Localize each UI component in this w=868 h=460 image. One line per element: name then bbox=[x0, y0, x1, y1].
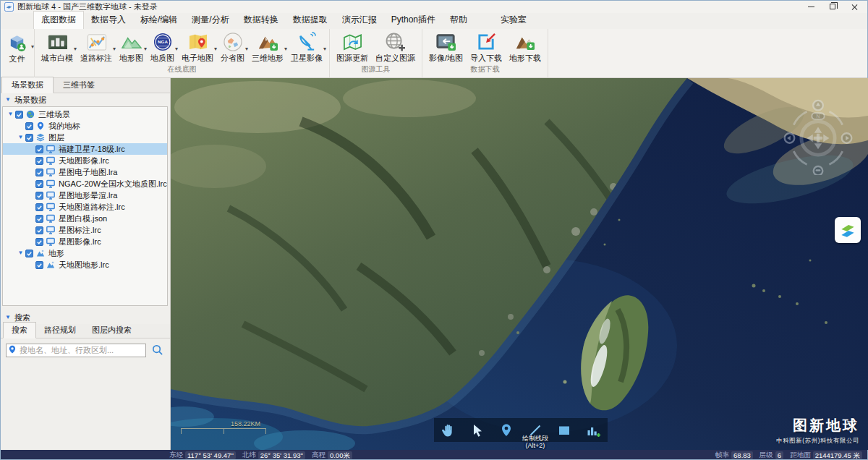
tool-pan[interactable] bbox=[436, 421, 461, 440]
magnifier-icon bbox=[151, 344, 164, 356]
menu-item-9[interactable]: 帮助 bbox=[443, 12, 475, 29]
ribbon-group-title: 图源工具 bbox=[331, 64, 420, 77]
tree-item-9[interactable]: 天地图道路标注.lrc bbox=[3, 201, 167, 213]
brand-title: 图新地球 bbox=[776, 416, 859, 435]
monitor-icon bbox=[46, 168, 56, 176]
checkbox-checked[interactable] bbox=[35, 226, 43, 234]
terrain-map-icon bbox=[121, 32, 142, 51]
tree-item-3[interactable]: ▼图层 bbox=[3, 132, 167, 143]
tree-item-11[interactable]: 星图标注.lrc bbox=[3, 224, 167, 236]
ribbon-button-geology-map[interactable]: NGA▾地质图 bbox=[147, 31, 178, 64]
tree-expander-icon[interactable]: ▼ bbox=[16, 250, 25, 256]
svg-text:NGA: NGA bbox=[158, 39, 168, 44]
file-button[interactable]: ▾ 文件 bbox=[0, 29, 35, 77]
search-input[interactable] bbox=[6, 344, 146, 357]
navigation-compass[interactable]: N bbox=[783, 98, 854, 175]
checkbox-checked[interactable] bbox=[35, 145, 43, 153]
tree-item-10[interactable]: 星图白模.json bbox=[3, 213, 167, 224]
ribbon-button-import-download[interactable]: 导入下载 bbox=[467, 31, 506, 64]
tree-item-label: 福建卫星7-18级.lrc bbox=[59, 144, 125, 155]
ribbon-button-terrain-map[interactable]: ▾地形图 bbox=[116, 31, 147, 64]
menu-item-4[interactable]: 测量/分析 bbox=[184, 12, 236, 29]
ribbon-button-terrain-3d[interactable]: ▾三维地形 bbox=[248, 31, 287, 64]
sidebar-tab-1[interactable]: 场景数据 bbox=[1, 77, 54, 93]
tree-item-label: 地形 bbox=[48, 248, 64, 259]
tool-draw-rect[interactable] bbox=[552, 421, 576, 440]
menu-item-1[interactable]: 底图数据 bbox=[33, 11, 84, 29]
checkbox-checked[interactable] bbox=[15, 111, 23, 119]
tree-item-label: 三维场景 bbox=[38, 109, 70, 120]
checkbox-checked[interactable] bbox=[35, 238, 43, 246]
minimize-button[interactable] bbox=[800, 0, 822, 13]
search-input-wrap bbox=[6, 343, 146, 357]
search-button[interactable] bbox=[151, 344, 164, 357]
checkbox-checked[interactable] bbox=[35, 203, 43, 211]
ribbon-group-title: 数据下载 bbox=[424, 64, 546, 77]
monitor-icon bbox=[46, 145, 56, 153]
menu-item-3[interactable]: 标绘/编辑 bbox=[133, 12, 184, 29]
ribbon-button-e-map[interactable]: ▾电子地图 bbox=[178, 31, 217, 64]
e-map-icon bbox=[187, 32, 208, 51]
ribbon-button-label: 影像/地图 bbox=[429, 53, 463, 64]
dropdown-caret: ▾ bbox=[31, 44, 34, 50]
checkbox-checked[interactable] bbox=[35, 261, 43, 269]
tree-expander-icon[interactable]: ▼ bbox=[16, 135, 25, 140]
ribbon-button-city-model[interactable]: ▾城市白模 bbox=[38, 31, 77, 64]
ribbon-button-custom-source[interactable]: 自定义图源 bbox=[372, 31, 419, 64]
restore-button[interactable] bbox=[822, 0, 843, 13]
scene-section-header[interactable]: ▼ 场景数据 bbox=[0, 93, 170, 106]
tool-select[interactable] bbox=[465, 421, 490, 440]
checkbox-checked[interactable] bbox=[35, 157, 43, 165]
sidebar-tab-2[interactable]: 三维书签 bbox=[54, 77, 104, 93]
tree-item-label: 图层 bbox=[48, 132, 64, 143]
checkbox-checked[interactable] bbox=[25, 122, 33, 130]
tree-item-5[interactable]: 天地图影像.lrc bbox=[3, 155, 167, 166]
ribbon-button-province-map[interactable]: ▾分省图 bbox=[217, 31, 248, 64]
ribbon-button-source-update[interactable]: 图源更新 bbox=[333, 31, 372, 64]
tree-expander-icon[interactable]: ▼ bbox=[6, 111, 15, 117]
tree-item-7[interactable]: NGAC-20W全国水文地质图.lrc bbox=[3, 178, 167, 189]
file-cube-icon bbox=[7, 33, 27, 52]
tool-chart[interactable] bbox=[581, 421, 605, 440]
menu-item-2[interactable]: 数据导入 bbox=[84, 12, 133, 29]
search-tab-1[interactable]: 搜索 bbox=[3, 322, 36, 338]
ribbon-button-label: 卫星影像 bbox=[291, 53, 323, 64]
tree-item-2[interactable]: 我的地标 bbox=[3, 120, 167, 132]
search-tab-3[interactable]: 图层内搜索 bbox=[84, 323, 140, 338]
source-update-icon bbox=[342, 32, 363, 51]
menu-item-6[interactable]: 数据提取 bbox=[286, 12, 335, 29]
ribbon-button-satellite-dish[interactable]: ▾卫星影像 bbox=[287, 31, 326, 64]
locaspace-logo-button[interactable] bbox=[835, 217, 861, 243]
tree-item-14[interactable]: 天地图地形.lrc bbox=[3, 259, 167, 271]
tree-item-4[interactable]: 福建卫星7-18级.lrc bbox=[3, 143, 167, 155]
tree-item-8[interactable]: 星图地形晕渲.lra bbox=[3, 189, 167, 201]
status-latitude-value: 26° 35' 31.93" bbox=[258, 451, 305, 459]
checkbox-checked[interactable] bbox=[25, 250, 33, 257]
menu-item-5[interactable]: 数据转换 bbox=[237, 12, 286, 29]
checkbox-checked[interactable] bbox=[35, 180, 43, 188]
search-tab-2[interactable]: 路径规划 bbox=[36, 323, 84, 338]
menu-item-8[interactable]: Python插件 bbox=[384, 12, 443, 29]
checkbox-checked[interactable] bbox=[35, 215, 43, 223]
menu-item-10[interactable]: 实验室 bbox=[493, 12, 534, 29]
tree-item-13[interactable]: ▼地形 bbox=[3, 247, 167, 259]
scene-section-title: 场景数据 bbox=[14, 95, 46, 106]
menu-item-7[interactable]: 演示汇报 bbox=[335, 12, 384, 29]
checkbox-checked[interactable] bbox=[35, 169, 43, 176]
checkbox-checked[interactable] bbox=[25, 134, 33, 142]
tree-item-6[interactable]: 星图电子地图.lra bbox=[3, 166, 167, 178]
ribbon-button-label: 城市白模 bbox=[41, 53, 73, 64]
tree-item-12[interactable]: 星图影像.lrc bbox=[3, 236, 167, 247]
tree-item-1[interactable]: ▼三维场景 bbox=[3, 108, 167, 120]
ribbon-button-imagery-download[interactable]: 影像/地图 bbox=[425, 31, 467, 64]
map-viewport[interactable]: N 158.22KM 绘制线段 (Alt+2) bbox=[171, 78, 868, 450]
sidebar: 场景数据三维书签 ▼ 场景数据 ▼三维场景我的地标▼图层福建卫星7-18级.lr… bbox=[0, 78, 171, 450]
tree-item-label: 星图白模.json bbox=[59, 213, 107, 224]
terrain-icon bbox=[46, 260, 56, 269]
ribbon-button-terrain-download[interactable]: 地形下载 bbox=[506, 31, 545, 64]
ribbon-button-road-label[interactable]: ▾道路标注 bbox=[77, 31, 116, 64]
ribbon-button-label: 自定义图源 bbox=[375, 53, 415, 64]
checkbox-checked[interactable] bbox=[35, 192, 43, 200]
close-button[interactable] bbox=[843, 0, 865, 13]
tree-item-label: 星图标注.lrc bbox=[59, 225, 101, 236]
